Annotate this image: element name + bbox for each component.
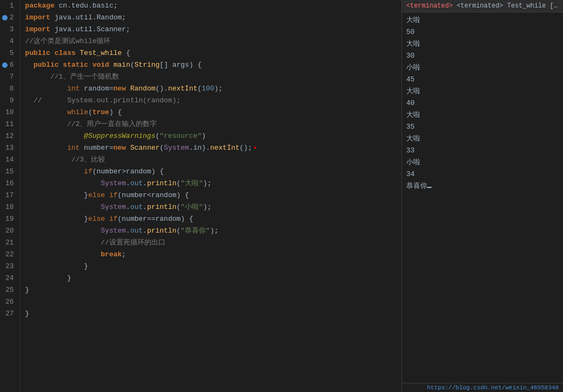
line-num-2: 2	[10, 12, 14, 24]
code-line-15: if(number>random) {	[25, 166, 401, 178]
output-line-4: 30	[406, 50, 559, 62]
output-header: <terminated> <terminated> Test_while [Ja…	[402, 0, 563, 12]
code-line-17: }else if(number<random) {	[25, 190, 401, 201]
code-editor[interactable]: 1 2 3 4 5 6 7 8 9 10 11 12 13 14 15 16 1…	[0, 0, 401, 392]
code-line-4: //这个类是测试while循环	[25, 36, 401, 47]
code-line-14: //3、比较	[25, 154, 401, 166]
code-content[interactable]: package cn.tedu.basic; import java.util.…	[20, 0, 401, 392]
code-line-16: System.out.println("大啦");	[25, 178, 401, 190]
code-line-2: import java.util.Random;	[25, 12, 401, 24]
code-line-27: }	[25, 308, 401, 320]
output-line-2: 50	[406, 26, 559, 38]
code-line-18: System.out.println("小啦");	[25, 201, 401, 213]
code-line-9: // System.out.println(random);	[25, 95, 401, 107]
output-line-11: 大啦	[406, 133, 559, 145]
code-line-6: public static void main(String[] args) {	[25, 59, 401, 71]
code-line-23: }	[25, 261, 401, 272]
output-line-1: 大啦	[406, 15, 559, 26]
output-panel: <terminated> <terminated> Test_while [Ja…	[401, 0, 563, 392]
output-line-5: 小啦	[406, 62, 559, 74]
code-line-12: @SuppressWarnings("resource")	[25, 130, 401, 142]
output-line-7: 大啦	[406, 86, 559, 97]
output-line-12: 33	[406, 145, 559, 157]
code-line-1: package cn.tedu.basic;	[25, 0, 401, 12]
code-line-13: int number=new Scanner(System.in).nextIn…	[25, 142, 401, 154]
output-line-14: 34	[406, 169, 559, 180]
code-line-5: public class Test_while {	[25, 47, 401, 59]
output-line-10: 35	[406, 121, 559, 133]
code-line-8: int random=new Random().nextInt(100);	[25, 83, 401, 95]
output-line-15: 恭喜你	[406, 180, 559, 192]
output-line-3: 大啦	[406, 38, 559, 50]
code-line-24: }	[25, 272, 401, 284]
code-line-21: //设置死循环的出口	[25, 237, 401, 249]
line-num-1: 1	[10, 0, 14, 12]
output-line-6: 45	[406, 74, 559, 86]
line-numbers: 1 2 3 4 5 6 7 8 9 10 11 12 13 14 15 16 1…	[0, 0, 20, 392]
output-title: <terminated> Test_while [Java Applicatio…	[457, 2, 563, 10]
code-line-10: while(true) {	[25, 107, 401, 118]
footer-url: https://blog.csdn.net/weixin_46558348	[427, 384, 559, 391]
code-line-25: }	[25, 284, 401, 296]
output-footer: https://blog.csdn.net/weixin_46558348	[402, 383, 563, 392]
terminated-label: <terminated>	[406, 2, 453, 10]
code-line-11: //2、用户一直在输入的数字	[25, 118, 401, 130]
code-line-20: System.out.println("恭喜你");	[25, 225, 401, 237]
code-line-19: }else if(number==random) {	[25, 213, 401, 225]
code-line-3: import java.util.Scanner;	[25, 24, 401, 36]
code-line-22: break;	[25, 249, 401, 261]
code-line-26	[25, 296, 401, 308]
output-line-13: 小啦	[406, 157, 559, 169]
output-content[interactable]: 大啦 50 大啦 30 小啦 45 大啦 40 大啦 35 大啦 33 小啦 3…	[402, 12, 563, 383]
output-line-9: 大啦	[406, 109, 559, 121]
output-line-8: 40	[406, 97, 559, 109]
code-line-7: //1、产生一个随机数	[25, 71, 401, 83]
